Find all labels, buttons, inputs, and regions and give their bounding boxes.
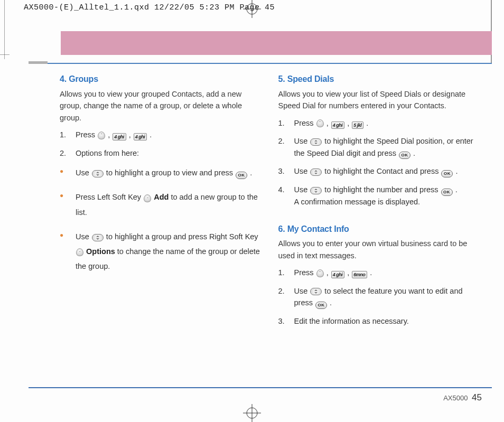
ok-key-icon: OK — [315, 302, 327, 309]
step-item: Press , 4 ghi , 5 jkl . — [278, 117, 482, 129]
ok-key-icon: OK — [441, 189, 453, 196]
text-run: , — [347, 268, 351, 277]
section-intro: Allows you to view your list of Speed Di… — [278, 88, 482, 112]
text-run: Use — [76, 232, 91, 241]
text-run: , — [108, 130, 112, 139]
step-item: Press , 4 ghi , 6mno . — [278, 267, 482, 278]
bullet-item: Press Left Soft Key Add to add a new gro… — [60, 190, 264, 220]
nav-key-icon — [310, 187, 322, 194]
section-intro: Allows you to enter your own virtual bus… — [278, 238, 482, 261]
ok-key-icon: OK — [236, 172, 247, 179]
key-5-icon: 5 jkl — [352, 121, 363, 129]
print-slug: AX5000-(E)_Alltel_1.1.qxd 12/22/05 5:23 … — [24, 3, 275, 12]
text-run: . — [366, 119, 368, 127]
text-run: . — [455, 185, 458, 194]
text-run: Use — [294, 137, 310, 145]
bold-text: Add — [154, 193, 169, 201]
text-run: . — [330, 298, 332, 307]
text-run: to highlight a group to view and press — [106, 168, 235, 177]
step-item: Use to highlight the number and press OK… — [278, 184, 482, 208]
key-4-icon: 4 ghi — [113, 133, 126, 140]
softkey-icon — [144, 194, 151, 202]
text-run: Use — [294, 185, 310, 194]
section-title: 6. My Contact Info — [278, 223, 482, 236]
bullet-item: Use to highlight a group and press Right… — [60, 229, 264, 274]
softkey-icon — [316, 119, 324, 127]
bold-text: Options — [86, 247, 115, 256]
nav-key-icon — [92, 234, 104, 241]
text-run: Press — [294, 268, 316, 277]
key-4-icon: 4 ghi — [331, 121, 345, 129]
ok-key-icon: OK — [441, 170, 453, 177]
key-4-icon: 4 ghi — [134, 133, 147, 140]
text-run: , — [347, 119, 351, 127]
text-run: to highlight the number and press — [324, 185, 440, 194]
footer-rule — [29, 387, 492, 388]
text-run: Press — [76, 130, 97, 139]
page-footer: AX5000 45 — [443, 392, 482, 403]
registration-mark-top-icon — [243, 0, 261, 18]
section-title: 4. Groups — [60, 73, 264, 86]
nav-key-icon — [310, 138, 322, 146]
registration-mark-bottom-icon — [243, 404, 261, 422]
key-4-icon: 4 ghi — [331, 271, 345, 278]
text-run: , — [129, 130, 133, 139]
text-run: . — [250, 168, 252, 177]
header-rule — [29, 63, 492, 64]
footer-model: AX5000 — [443, 394, 468, 402]
softkey-icon — [316, 269, 324, 277]
nav-key-icon — [92, 170, 104, 177]
step-item: Options from here: — [60, 147, 264, 159]
text-run: Press — [294, 119, 316, 127]
softkey-icon — [76, 248, 83, 256]
left-column: 4. Groups Allows you to view your groupe… — [60, 73, 264, 380]
section-6-my-contact-info: 6. My Contact Info Allows you to enter y… — [278, 223, 482, 327]
header-color-band — [61, 31, 492, 55]
step-item: Use to select the feature you want to ed… — [278, 285, 482, 309]
text-run: . — [413, 149, 415, 157]
text-run: . — [455, 167, 458, 175]
text-run: Use — [294, 167, 310, 175]
step-item: Use to highlight the Speed Dial position… — [278, 135, 482, 159]
nav-key-icon — [310, 288, 322, 295]
text-run: . — [150, 130, 152, 139]
content-columns: 4. Groups Allows you to view your groupe… — [60, 73, 482, 380]
softkey-icon — [98, 132, 105, 139]
section-title: 5. Speed Dials — [278, 73, 482, 86]
crop-mark-icon — [0, 54, 10, 55]
text-run: , — [326, 119, 331, 127]
step-item: Press , 4 ghi , 4 ghi . — [60, 129, 264, 140]
text-run: . — [370, 268, 372, 277]
text-run: Edit the information as necessary. — [294, 317, 409, 325]
text-run: to highlight a group and press Right Sof… — [106, 232, 258, 241]
text-run: Press Left Soft Key — [76, 193, 143, 201]
section-intro: Allows you to view your grouped Contacts… — [60, 88, 264, 124]
section-4-groups: 4. Groups Allows you to view your groupe… — [60, 73, 264, 274]
nav-key-icon — [310, 168, 322, 176]
text-run: to highlight the Contact and press — [324, 167, 441, 175]
bullet-item: Use to highlight a group to view and pre… — [60, 165, 264, 180]
header-tick — [29, 61, 48, 64]
text-run: , — [326, 268, 331, 277]
text-run: Use — [294, 287, 310, 295]
text-run: Use — [76, 168, 91, 177]
crop-mark-icon — [4, 0, 5, 59]
text-run: A confirmation message is displayed. — [294, 198, 421, 206]
text-run: Options from here: — [76, 149, 139, 157]
right-column: 5. Speed Dials Allows you to view your l… — [278, 73, 482, 380]
step-item: Use to highlight the Contact and press O… — [278, 165, 482, 177]
ok-key-icon: OK — [399, 152, 410, 159]
footer-page-number: 45 — [472, 392, 482, 402]
step-item: Edit the information as necessary. — [278, 315, 482, 327]
key-6-icon: 6mno — [352, 271, 367, 278]
section-5-speed-dials: 5. Speed Dials Allows you to view your l… — [278, 73, 482, 208]
